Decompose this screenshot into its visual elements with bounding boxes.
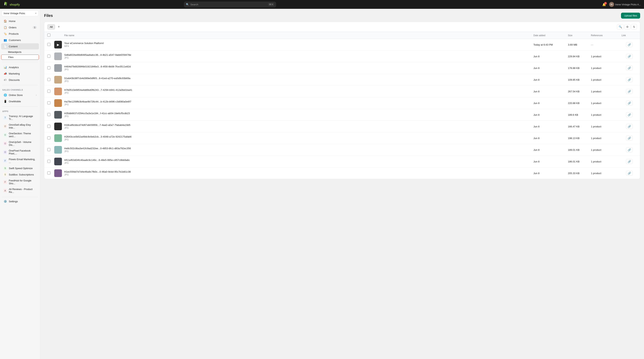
sidebar-item-online-store[interactable]: 🌐 Online Store › (1, 92, 39, 98)
file-link-button[interactable]: 🔗 (626, 77, 633, 82)
file-date: Jun 8 (534, 113, 568, 116)
file-name: H2643cce0b52a49dc9c6eb2cb...3-4048-a72e-… (64, 135, 176, 138)
file-link-button[interactable]: 🔗 (626, 65, 633, 70)
sidebar-item-oneupsell[interactable]: O OneUpSell - Volume Dis... (1, 139, 39, 148)
file-link-button[interactable]: 🔗 (626, 159, 633, 164)
file-refs: 1 product (591, 113, 622, 116)
file-date: Jun 8 (534, 125, 568, 128)
sidebar-item-marketing[interactable]: 📣 Marketing (1, 70, 39, 77)
file-type: JPG (64, 162, 534, 164)
user-menu-button[interactable]: IV Irene Vintage Picks A... (609, 2, 641, 7)
sidebar-item-customers[interactable]: 👥 Customers (1, 37, 39, 43)
file-size: 189.01 KB (568, 148, 591, 151)
file-name: H404d79d9289f4b01921846e3...6-4f30-8b08-… (64, 65, 176, 68)
file-date: Jun 8 (534, 67, 568, 69)
sidebar-item-subbox[interactable]: S SubBox: Subscriptions (1, 171, 39, 178)
file-refs: 1 product (591, 55, 622, 58)
file-size: 205.33 KB (568, 172, 591, 175)
sidebar-item-omnisell[interactable]: O OmniSell eBay Etsy Inte... (1, 122, 39, 130)
sidebar-item-orders[interactable]: 📋 Orders 1 (1, 24, 39, 30)
file-name-cell: H1ec55fdd7d7d4e46a9c7fb0c...0-46a0-9cbd-… (64, 170, 534, 176)
filter-files-button[interactable]: ⚙ (624, 24, 630, 29)
sidebar-item-flowio[interactable]: F Flowio Email Marketing, ... (1, 156, 39, 165)
file-type: JPG (64, 150, 534, 153)
file-size: 3.69 MB (568, 43, 591, 46)
file-link-button[interactable]: 🔗 (626, 89, 633, 94)
file-link-button[interactable]: 🔗 (626, 124, 633, 129)
row-checkbox[interactable] (47, 160, 50, 163)
file-name-cell: Sd8a602be88d8485aafadcc36...4-4b21-a547-… (64, 53, 534, 59)
row-checkbox[interactable] (47, 113, 50, 116)
sidebar-item-discounts[interactable]: 🏷 Discounts (1, 77, 39, 83)
row-checkbox[interactable] (47, 148, 50, 151)
sidebar: Irene Vintage Picks ▾ 🏠 Home 📋 Orders 1 … (0, 9, 40, 359)
sidebar-item-onepixel[interactable]: O OnePixel Facebook Pixel,... (1, 148, 39, 156)
file-name-cell: Your eCommerce Solution Platform! MP4 (64, 42, 534, 47)
row-checkbox-cell (47, 136, 54, 140)
file-link-cell: 🔗 (622, 101, 637, 106)
file-link-button[interactable]: 🔗 (626, 112, 633, 117)
table-row: Hf11ef63d04fc46aa8c9c146c...6-48e5-995e-… (44, 156, 640, 167)
add-filter-button[interactable]: + (56, 24, 61, 29)
sidebar-item-onemobile[interactable]: 📱 OneMobile (1, 98, 39, 104)
notifications-button[interactable]: 🔔 1 (602, 2, 607, 7)
file-link-button[interactable]: 🔗 (626, 42, 633, 47)
upload-files-button[interactable]: Upload files (621, 13, 640, 18)
sidebar-item-label: OneUpSell - Volume Dis... (9, 141, 36, 146)
sidebar-item-alireviews[interactable]: A Ali Reviews - Product Re... (1, 186, 39, 195)
sidebar-item-transcy[interactable]: T Transcy: AI Language Tr... (1, 113, 39, 122)
row-checkbox[interactable] (47, 43, 50, 46)
sidebar-item-settings[interactable]: ⚙️ Settings (1, 198, 39, 204)
sidebar-item-label: Online Store (9, 94, 22, 96)
search-shortcut: ⌘ K (268, 3, 274, 6)
sidebar-item-home[interactable]: 🏠 Home (1, 18, 39, 24)
sidebar-item-swiftspeed[interactable]: S Swift Speed Optimize (1, 165, 39, 171)
row-checkbox[interactable] (47, 66, 50, 69)
row-checkbox[interactable] (47, 171, 50, 175)
sidebar-item-analytics[interactable]: 📊 Analytics (1, 64, 39, 70)
sort-files-button[interactable]: ⇅ (631, 24, 637, 29)
sales-channels-section: Sales channels 🌐 Online Store › 📱 OneMob… (0, 86, 40, 105)
flowio-icon: F (4, 159, 7, 162)
file-link-button[interactable]: 🔗 (626, 54, 633, 59)
file-date: Jun 8 (534, 160, 568, 163)
file-name-cell: H404d79d9289f4b01921846e3...6-4f30-8b08-… (64, 65, 534, 71)
file-link-button[interactable]: 🔗 (626, 147, 633, 152)
row-checkbox[interactable] (47, 125, 50, 128)
row-checkbox[interactable] (47, 90, 50, 93)
files-toolbar: All + 🔍 ⚙ ⇅ (44, 22, 640, 32)
row-checkbox[interactable] (47, 78, 50, 81)
sidebar-item-onesection[interactable]: O OneSection: Theme sect... (1, 131, 39, 139)
search-files-button[interactable]: 🔍 (617, 24, 624, 29)
sidebar-item-products[interactable]: 🏷️ Products (1, 31, 39, 37)
search-bar[interactable]: 🔍 ⌘ K (184, 2, 276, 7)
file-link-button[interactable]: 🔗 (626, 101, 633, 106)
file-size: 166.47 KB (568, 125, 591, 128)
sidebar-item-feedhub[interactable]: F FeedHub for Google Sho... (1, 178, 39, 186)
sidebar-item-label: OmniSell eBay Etsy Inte... (9, 123, 36, 129)
refs-header: References (591, 34, 622, 37)
select-all-checkbox[interactable] (47, 33, 50, 36)
search-input[interactable] (184, 2, 276, 7)
sidebar-item-label: OnePixel Facebook Pixel,... (9, 149, 36, 155)
filter-all-tab[interactable]: All (47, 24, 55, 29)
store-selector[interactable]: Irene Vintage Picks ▾ (2, 10, 38, 16)
file-thumbnail (54, 64, 62, 72)
row-checkbox[interactable] (47, 136, 50, 139)
file-name-cell: Hf11ef63d04fc46aa8c9c146c...6-48e5-995e-… (64, 159, 534, 164)
row-checkbox[interactable] (47, 101, 50, 104)
transcy-icon: T (4, 116, 7, 119)
file-type: JPG (64, 68, 534, 71)
divider-4 (2, 197, 38, 197)
sidebar-item-label: Swift Speed Optimize (9, 167, 32, 170)
file-thumbnail (54, 76, 62, 83)
file-link-button[interactable]: 🔗 (626, 136, 633, 141)
sidebar-item-files[interactable]: Files (1, 55, 39, 60)
sidebar-item-metaobjects[interactable]: Metaobjects (1, 50, 39, 54)
sidebar-item-content[interactable]: 📄 Content (1, 43, 39, 49)
topbar-right: 🔔 1 IV Irene Vintage Picks A... (602, 2, 641, 7)
avatar: IV (609, 2, 614, 7)
row-checkbox[interactable] (47, 55, 50, 58)
file-link-button[interactable]: 🔗 (626, 171, 633, 176)
file-refs: 1 product (591, 148, 622, 151)
